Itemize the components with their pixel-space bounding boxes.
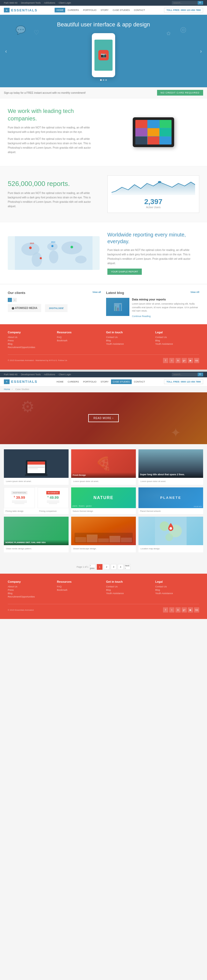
nav-story[interactable]: STORY [99, 8, 111, 13]
social2-twitter[interactable]: t [169, 607, 174, 612]
page-1[interactable]: 1 [97, 564, 103, 570]
social-linkedin[interactable]: in [175, 358, 181, 363]
pricing-price-1: $ 39.99 [11, 495, 28, 500]
cs-card-1: Lorem ipsum dolor sit amet. [4, 449, 69, 485]
map-title: Worldwide reporting every minute, everyd… [107, 231, 199, 245]
blog-view-all[interactable]: View All [190, 291, 199, 295]
social-googleplus[interactable]: g+ [182, 358, 187, 363]
footer2-bottom: © 2015 Essentials Animated f t in g+ ▶ r… [8, 604, 199, 612]
footer2-link-legal1[interactable]: Contact Us [155, 585, 199, 588]
page-4[interactable]: 4 [118, 564, 123, 570]
footer2-link-press[interactable]: Press [8, 589, 52, 591]
search-button-2[interactable]: 🔍 [198, 373, 203, 376]
social-facebook[interactable]: f [163, 358, 168, 363]
nav-home[interactable]: HOME [55, 8, 65, 13]
footer2-link-blog[interactable]: Blog [8, 592, 52, 595]
footer-link-faq[interactable]: FAQ [57, 336, 101, 339]
page-next[interactable]: next › [125, 564, 130, 570]
social2-googleplus[interactable]: g+ [182, 607, 187, 612]
cs-grid: Lorem ipsum dolor sit amet. 🍕 Fresh Desi… [0, 444, 207, 560]
footer-link-bookmark[interactable]: Bookmark [57, 339, 101, 342]
breadcrumb-separator: › [12, 388, 13, 391]
svg-point-7 [75, 256, 87, 263]
search-input-2[interactable] [172, 373, 198, 376]
cs-hero-button[interactable]: READ MORE [88, 414, 119, 422]
clients-blog-section: Our clients View all ‹ › ⬤ ATOMISED MEDI… [0, 284, 207, 324]
nav-portfolio[interactable]: PORTFOLIO [81, 8, 98, 13]
nav2-careers[interactable]: CAREERS [66, 379, 81, 384]
social2-facebook[interactable]: f [163, 607, 168, 612]
search-button[interactable]: 🔍 [198, 1, 203, 5]
nav-case-studies[interactable]: CASE STUDIES [111, 8, 132, 13]
nav2-portfolio[interactable]: PORTFOLIO [81, 379, 98, 384]
breadcrumb-home[interactable]: Home [4, 388, 10, 391]
blog-read-more[interactable]: Continue Reading [132, 315, 150, 318]
footer-link-recruitment[interactable]: Recruitment/OpportUnities [8, 346, 52, 348]
footer-link-legal3[interactable]: Youth Assistance [155, 343, 199, 345]
topbar2-link-3[interactable]: AdSlutions [44, 373, 55, 376]
blog-thumbnail: MAR 9 📊 [106, 298, 130, 316]
footer2-link-contact[interactable]: Contact Us [106, 585, 150, 588]
clients-view-all[interactable]: View all [92, 291, 101, 295]
footer-link-youth[interactable]: Youth Assistance [106, 343, 150, 345]
social2-youtube[interactable]: ▶ [188, 607, 193, 612]
cs-card-map: Location map design. [138, 517, 203, 552]
page-prev[interactable]: ‹ prev [90, 564, 95, 570]
cs-card-nature: nature plants · flowers · garden Nature … [71, 487, 136, 514]
nav-contact[interactable]: CONTACT [132, 8, 147, 13]
footer-company-heading: Company [8, 331, 52, 334]
nav2-story[interactable]: STORY [99, 379, 111, 384]
hero-dot-2[interactable] [103, 79, 104, 81]
client-next-btn[interactable]: › [13, 298, 17, 302]
topbar-link-4[interactable]: Client Login [59, 2, 71, 4]
eye-icon: ◎ [180, 25, 186, 33]
page-2[interactable]: 2 [104, 564, 109, 570]
signup-button[interactable]: NO CREDIT CARD REQUIRED [157, 90, 203, 95]
nav2-contact[interactable]: CONTACT [132, 379, 147, 384]
footer2-link-bookmark[interactable]: Bookmark [57, 589, 101, 591]
top-bar-2-links: Park Web Kit · Development Tools · AdSlu… [4, 373, 73, 376]
footer-link-blog2[interactable]: Blog [106, 339, 150, 342]
nav2-home[interactable]: HOME [55, 379, 65, 384]
footer2-link-legal3[interactable]: Youth Assistance [155, 592, 199, 595]
blog-title: Data mining your reports [132, 298, 199, 301]
social2-linkedin[interactable]: in [175, 607, 181, 612]
footer-link-about[interactable]: About Us [8, 336, 52, 339]
social-rss[interactable]: rss [194, 358, 199, 363]
topbar-link-1[interactable]: Park Web Kit [4, 2, 17, 4]
hero-dot-3[interactable] [105, 79, 107, 81]
client-prev-btn[interactable]: ‹ [8, 298, 12, 302]
chart-number: 2,397 [112, 197, 195, 206]
footer-link-blog[interactable]: Blog [8, 343, 52, 345]
hero-next-arrow[interactable]: › [200, 48, 202, 54]
footer-link-contact[interactable]: Contact Us [106, 336, 150, 339]
footer2-link-faq[interactable]: FAQ [57, 585, 101, 588]
footer2-link-blog2[interactable]: Blog [106, 589, 150, 591]
topbar2-link-1[interactable]: Park Web Kit [4, 373, 17, 376]
laptop-body [26, 460, 47, 474]
nav-careers[interactable]: CAREERS [66, 8, 81, 13]
footer-link-legal1[interactable]: Contact Us [155, 336, 199, 339]
hero-dot-1[interactable] [100, 79, 102, 81]
logo-icon: ≡ [4, 8, 9, 13]
footer-link-legal2[interactable]: Blog [155, 339, 199, 342]
footer-link-press[interactable]: Press [8, 339, 52, 342]
social-youtube[interactable]: ▶ [188, 358, 193, 363]
topbar2-link-4[interactable]: Client Login [59, 373, 71, 376]
social2-rss[interactable]: rss [194, 607, 199, 612]
footer2-link-recruitment[interactable]: Recruitment/Opportunities [8, 595, 52, 598]
social-twitter[interactable]: t [169, 358, 174, 363]
hero-prev-arrow[interactable]: ‹ [5, 48, 7, 54]
footer2-link-legal2[interactable]: Blog [155, 589, 199, 591]
footer2-link-youth[interactable]: Youth Assistance [106, 592, 150, 595]
topbar-link-3[interactable]: AdSlutions [44, 2, 55, 4]
topbar-link-2[interactable]: Development Tools [21, 2, 41, 4]
hero-section: 💬 ♡ ◎ ✿ Beautiful user interface & app d… [0, 15, 207, 87]
footer2-link-about[interactable]: About Us [8, 585, 52, 588]
topbar2-link-2[interactable]: Development Tools [21, 373, 41, 376]
svg-point-15 [160, 521, 169, 531]
map-report-button[interactable]: YOUR SAMPLE REPORT [107, 269, 142, 275]
page-3[interactable]: 3 [111, 564, 117, 570]
search-input[interactable] [172, 1, 198, 5]
nav2-case-studies[interactable]: CASE STUDIES [111, 379, 132, 384]
